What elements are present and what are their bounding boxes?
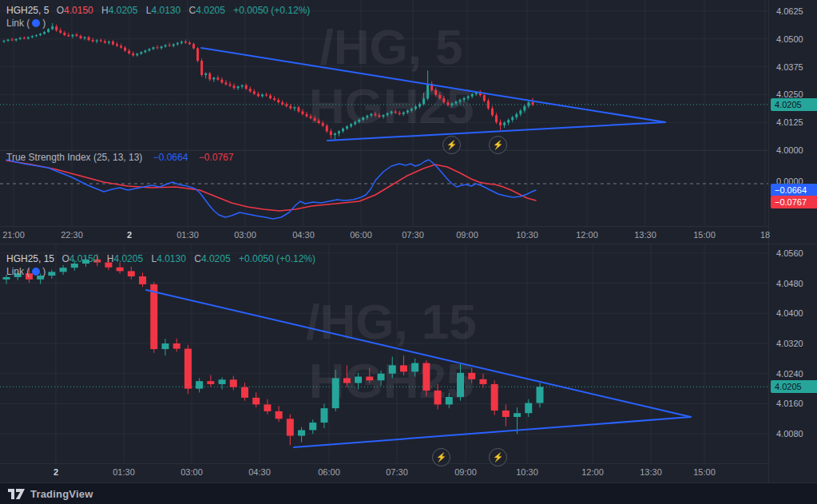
candle-body: [527, 102, 529, 106]
tsi-slow-value: −0.0767: [199, 152, 234, 163]
time-axis-label: 13:30: [640, 467, 662, 477]
lightning-event-icon[interactable]: ⚡: [432, 448, 450, 466]
candle-body: [120, 46, 122, 47]
candle-body: [265, 94, 268, 95]
time-axis-label: 03:00: [180, 467, 203, 477]
close-label: C: [194, 253, 201, 264]
lightning-event-icon[interactable]: ⚡: [442, 136, 461, 154]
candle-body: [511, 117, 514, 120]
symbol-title[interactable]: HGH25, 15: [6, 253, 54, 264]
candle-body: [264, 404, 271, 411]
candle-body: [241, 85, 244, 87]
lightning-event-icon[interactable]: ⚡: [489, 136, 507, 154]
candle-body: [219, 379, 226, 384]
price-axis-label: 4.0500: [776, 34, 803, 44]
low-label: L: [146, 5, 152, 16]
time-axis-label: 03:00: [234, 230, 256, 240]
link-label-close: ): [42, 266, 46, 277]
bottom-chart-legend[interactable]: HGH25, 15 O4.0150 H4.0205 L4.0130 C4.020…: [6, 253, 315, 264]
candle-body: [169, 46, 171, 46]
candle-body: [515, 114, 518, 117]
candle-body: [410, 109, 413, 110]
tradingview-brand[interactable]: TradingView: [30, 488, 93, 500]
candle-body: [463, 98, 466, 100]
tsi-title[interactable]: True Strength Index (25, 13, 13): [6, 152, 142, 163]
candle-body: [426, 84, 429, 98]
candle-body: [128, 271, 135, 276]
lightning-event-icon[interactable]: ⚡: [489, 448, 507, 466]
candle-body: [132, 54, 134, 56]
link-group-icon: [32, 19, 40, 27]
candle-body: [80, 36, 82, 38]
chart-divider[interactable]: [0, 244, 817, 244]
time-axis-label: 10:30: [516, 467, 538, 477]
candle-body: [399, 113, 401, 114]
candle-body: [207, 381, 214, 384]
tradingview-logo-icon[interactable]: [8, 489, 25, 499]
price-axis-label: 4.0080: [776, 429, 803, 439]
footer-bar: TradingView: [0, 482, 817, 504]
candle-body: [148, 49, 150, 50]
top-chart-legend[interactable]: HGH25, 5 O4.0150 H4.0205 L4.0130 C4.0205…: [6, 5, 310, 16]
open-label: O: [61, 253, 69, 264]
candle-body: [483, 95, 486, 101]
candle-body: [525, 403, 532, 414]
candle-body: [184, 42, 187, 42]
high-value: 4.0205: [109, 5, 138, 16]
price-axis-label: 4.0320: [776, 339, 803, 348]
high-value: 4.0205: [113, 253, 143, 264]
candle-body: [411, 363, 418, 372]
candle-body: [355, 377, 362, 383]
time-axis-label: 21:00: [2, 230, 25, 240]
close-value: 4.0205: [196, 5, 225, 16]
candle-body: [281, 102, 284, 105]
candle-body: [285, 105, 288, 106]
candle-body: [92, 40, 94, 42]
symbol-title[interactable]: HGH25, 5: [6, 5, 49, 16]
candle-body: [144, 50, 146, 52]
link-button[interactable]: Link (): [6, 266, 46, 277]
candle-body: [301, 112, 303, 114]
link-button[interactable]: Link (): [6, 18, 46, 29]
candle-body: [196, 48, 199, 61]
time-axis-label: 22:30: [61, 230, 83, 240]
candle-body: [67, 35, 69, 36]
candle-body: [43, 32, 46, 34]
time-axis-label: 09:00: [454, 467, 477, 477]
time-axis-bottom[interactable]: 201:3003:0004:3006:0007:3009:0010:3012:0…: [0, 463, 768, 483]
candle-body: [343, 378, 351, 383]
candle-body: [362, 117, 364, 120]
candle-body: [503, 122, 506, 125]
candle-body: [228, 85, 231, 86]
candle-body: [446, 397, 453, 404]
tsi-legend[interactable]: True Strength Index (25, 13, 13) −0.0664…: [6, 152, 233, 163]
candle-body: [48, 272, 55, 276]
time-axis-label: 01:30: [113, 467, 135, 477]
candle-body: [309, 423, 316, 430]
price-axis[interactable]: 4.06254.05004.03754.02504.01254.00004.02…: [768, 0, 817, 482]
candle-body: [277, 100, 280, 102]
candle-body: [422, 98, 425, 104]
time-axis-top[interactable]: 21:0022:30201:3003:0004:3006:0007:3009:0…: [0, 226, 768, 244]
candle-body: [7, 40, 10, 41]
candle-body: [454, 101, 457, 103]
candle-body: [403, 113, 405, 114]
candle-body: [237, 86, 240, 88]
candle-body: [112, 42, 114, 44]
link-group-icon: [32, 268, 40, 276]
candle-body: [55, 26, 58, 30]
candle-body: [27, 38, 30, 39]
candle-body: [3, 277, 10, 280]
time-axis-label: 04:30: [292, 230, 315, 240]
trendline[interactable]: [294, 417, 691, 447]
chart-canvas[interactable]: /HG, 5HGH25/HG, 15HGH25: [0, 0, 817, 504]
price-axis-label: 4.0400: [776, 308, 803, 318]
candle-body: [180, 42, 183, 43]
pane-divider[interactable]: [0, 150, 768, 151]
candle-body: [414, 106, 417, 109]
price-axis-label: 4.0240: [776, 369, 803, 379]
candle-body: [212, 77, 215, 79]
candle-body: [491, 109, 494, 116]
candle-body: [519, 110, 522, 113]
candle-body: [289, 106, 292, 109]
